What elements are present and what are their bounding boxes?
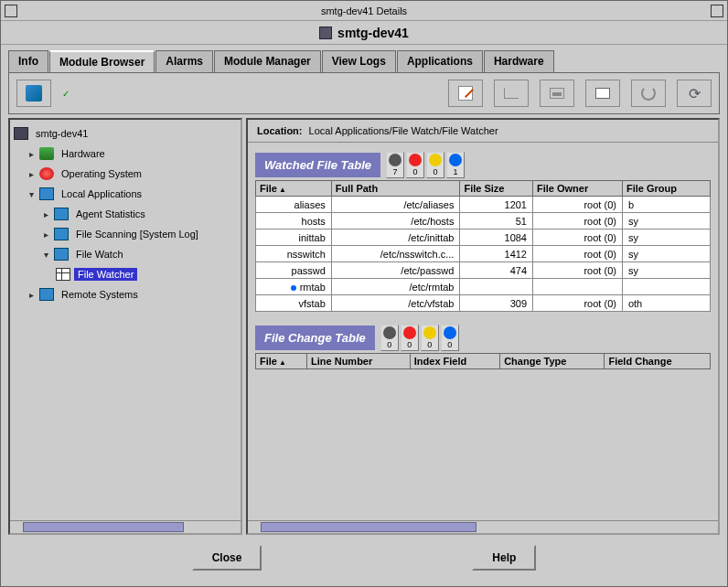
info-icon [444, 326, 456, 339]
edit-button[interactable] [448, 80, 483, 107]
collapse-icon[interactable]: ▾ [27, 189, 36, 198]
tree-hardware[interactable]: ▸Hardware [14, 144, 237, 164]
window-icon [595, 88, 610, 99]
expand-icon[interactable]: ▸ [27, 149, 36, 158]
refresh-button[interactable] [631, 80, 666, 107]
cell-size: 474 [460, 262, 533, 279]
tree-file-watch[interactable]: ▾File Watch [14, 244, 237, 264]
os-icon [39, 167, 54, 180]
alarm-summary[interactable]: 0 [380, 325, 399, 351]
cell-owner: root (0) [533, 295, 623, 312]
titlebar[interactable]: smtg-dev41 Details [1, 1, 727, 21]
tab-info[interactable]: Info [8, 50, 48, 72]
location-label: Location: [257, 125, 303, 136]
expand-icon[interactable]: ▸ [27, 169, 36, 178]
reload-button[interactable]: ⟳ [677, 80, 712, 107]
tab-module-manager[interactable]: Module Manager [214, 50, 321, 72]
module-icon [54, 228, 69, 240]
col-owner[interactable]: File Owner [533, 181, 623, 197]
cell-group: sy [622, 213, 710, 229]
scrollbar-thumb[interactable] [261, 522, 476, 532]
graph-button[interactable] [494, 80, 529, 107]
table-row[interactable]: nsswitch/etc/nsswitch.c...1412root (0)sy [256, 246, 711, 262]
tree-file-watcher[interactable]: File Watcher [14, 264, 237, 284]
reload-icon: ⟳ [689, 85, 701, 102]
col-file[interactable]: File▲ [256, 354, 307, 369]
tab-alarms[interactable]: Alarms [155, 50, 213, 72]
col-file[interactable]: File▲ [256, 181, 332, 197]
module-icon [54, 208, 69, 220]
alarm-summary[interactable]: 7 [386, 152, 404, 178]
tree-root[interactable]: smtg-dev41 [14, 123, 237, 144]
cell-group: sy [622, 262, 710, 279]
tab-view-logs[interactable]: View Logs [322, 50, 396, 72]
toolbar: ⟳ [8, 72, 720, 114]
alarm-warning[interactable]: 0 [426, 152, 444, 178]
cell-group: sy [622, 246, 710, 262]
warning-icon [429, 154, 442, 166]
tab-module-browser[interactable]: Module Browser [49, 50, 155, 72]
watched-file-table[interactable]: File▲ Full Path File Size File Owner Fil… [255, 180, 711, 312]
table-row[interactable]: hosts/etc/hosts51root (0)sy [256, 213, 711, 229]
info-icon [449, 154, 462, 166]
detail-panel: Location: Local Applications/File Watch/… [246, 118, 720, 535]
file-change-table[interactable]: File▲ Line Number Index Field Change Typ… [255, 353, 711, 369]
cell-path: /etc/vfstab [331, 295, 460, 312]
col-index[interactable]: Index Field [410, 354, 499, 369]
tree-scrollbar[interactable] [10, 520, 241, 533]
module-button[interactable] [16, 80, 51, 107]
table-row[interactable]: inittab/etc/inittab1084root (0)sy [256, 229, 711, 246]
hardware-icon [39, 147, 54, 160]
tree-local-apps[interactable]: ▾Local Applications [14, 184, 237, 204]
col-line[interactable]: Line Number [307, 354, 411, 369]
cell-owner: root (0) [533, 229, 623, 246]
alarm-critical[interactable]: 0 [401, 325, 419, 351]
tree: smtg-dev41 ▸Hardware ▸Operating System ▾… [10, 120, 241, 520]
tree-os[interactable]: ▸Operating System [14, 164, 237, 184]
close-button[interactable]: Close [192, 545, 262, 571]
window-button[interactable] [585, 80, 620, 107]
chart-icon [550, 88, 564, 99]
watched-title: Watched File Table [255, 153, 380, 177]
col-field[interactable]: Field Change [605, 354, 711, 369]
expand-icon[interactable]: ▸ [41, 229, 50, 239]
collapse-icon[interactable]: ▾ [41, 250, 50, 259]
table-row[interactable]: rmtab/etc/rmtab [256, 279, 711, 295]
tab-applications[interactable]: Applications [397, 50, 483, 72]
tree-remote[interactable]: ▸Remote Systems [14, 284, 237, 304]
cell-owner: root (0) [533, 197, 623, 213]
chart-button[interactable] [540, 80, 574, 107]
cell-file: inittab [256, 229, 332, 246]
row-marker-icon [291, 285, 296, 291]
host-name: smtg-dev41 [337, 26, 409, 40]
table-row[interactable]: passwd/etc/passwd474root (0)sy [256, 262, 711, 279]
tab-hardware[interactable]: Hardware [484, 50, 554, 72]
cell-file: hosts [256, 213, 332, 229]
expand-icon[interactable]: ▸ [27, 290, 36, 299]
col-group[interactable]: File Group [622, 181, 710, 197]
table-row[interactable]: vfstab/etc/vfstab309root (0)oth [256, 295, 711, 312]
expand-icon[interactable]: ▸ [41, 209, 50, 219]
cell-group: sy [622, 229, 710, 246]
cell-file: passwd [256, 262, 332, 279]
table-row[interactable]: aliases/etc/aliases1201root (0)b [256, 197, 711, 213]
alarm-critical[interactable]: 0 [406, 152, 424, 178]
tree-file-scanning[interactable]: ▸File Scanning [System Log] [14, 224, 237, 244]
window-menu-button[interactable] [5, 5, 17, 17]
help-button[interactable]: Help [472, 545, 536, 571]
tree-agent-stats[interactable]: ▸Agent Statistics [14, 204, 237, 224]
alarm-info[interactable]: 1 [446, 152, 465, 178]
checklist-icon[interactable] [62, 88, 79, 99]
scrollbar-thumb[interactable] [23, 522, 184, 532]
cell-group: b [622, 197, 710, 213]
col-change[interactable]: Change Type [500, 354, 605, 369]
col-size[interactable]: File Size [460, 181, 533, 197]
detail-scrollbar[interactable] [248, 520, 718, 533]
alarm-warning[interactable]: 0 [421, 325, 439, 351]
alarm-info[interactable]: 0 [441, 325, 459, 351]
content-area: Info Module Browser Alarms Module Manage… [1, 45, 727, 586]
window-maximize-button[interactable] [711, 5, 723, 17]
changes-header: File Change Table 0 0 0 0 [255, 325, 711, 351]
col-path[interactable]: Full Path [331, 181, 460, 197]
critical-icon [403, 326, 416, 339]
